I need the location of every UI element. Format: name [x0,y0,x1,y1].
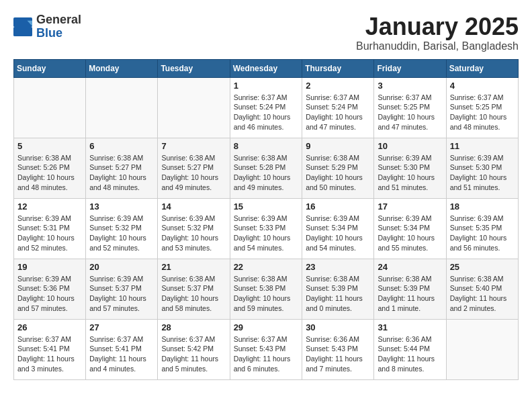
day-cell-2: 2Sunrise: 6:37 AMSunset: 5:24 PMDaylight… [302,77,374,138]
day-number: 5 [17,141,82,151]
day-cell-10: 10Sunrise: 6:39 AMSunset: 5:30 PMDayligh… [374,138,446,198]
day-info: Sunrise: 6:38 AMSunset: 5:38 PMDaylight:… [234,274,299,314]
day-cell-5: 5Sunrise: 6:38 AMSunset: 5:26 PMDaylight… [14,138,86,198]
day-number: 24 [378,262,442,272]
logo-blue: Blue [36,26,62,40]
day-info: Sunrise: 6:37 AMSunset: 5:24 PMDaylight:… [306,93,370,132]
weekday-header-sunday: Sunday [14,59,86,77]
week-row-4: 19Sunrise: 6:39 AMSunset: 5:36 PMDayligh… [14,259,519,319]
day-cell-9: 9Sunrise: 6:38 AMSunset: 5:29 PMDaylight… [302,138,374,198]
day-number: 6 [89,141,154,151]
logo-general: General [36,13,81,26]
day-info: Sunrise: 6:38 AMSunset: 5:27 PMDaylight:… [89,153,154,193]
day-cell-18: 18Sunrise: 6:39 AMSunset: 5:35 PMDayligh… [446,198,518,259]
day-cell-20: 20Sunrise: 6:39 AMSunset: 5:37 PMDayligh… [86,259,158,319]
day-cell-3: 3Sunrise: 6:37 AMSunset: 5:25 PMDaylight… [374,77,446,138]
day-number: 3 [378,81,442,91]
day-info: Sunrise: 6:37 AMSunset: 5:25 PMDaylight:… [378,93,442,132]
day-number: 21 [161,262,226,272]
day-info: Sunrise: 6:39 AMSunset: 5:31 PMDaylight:… [17,214,82,253]
day-cell-28: 28Sunrise: 6:37 AMSunset: 5:42 PMDayligh… [158,319,230,379]
empty-cell [14,77,86,138]
day-number: 2 [306,81,370,91]
day-info: Sunrise: 6:38 AMSunset: 5:26 PMDaylight:… [17,153,82,193]
day-number: 11 [450,141,515,151]
day-info: Sunrise: 6:37 AMSunset: 5:25 PMDaylight:… [450,93,515,132]
day-number: 22 [234,262,299,272]
week-row-3: 12Sunrise: 6:39 AMSunset: 5:31 PMDayligh… [14,198,519,259]
day-number: 23 [306,262,370,272]
day-cell-23: 23Sunrise: 6:38 AMSunset: 5:39 PMDayligh… [302,259,374,319]
logo: General Blue [13,13,81,40]
day-cell-14: 14Sunrise: 6:39 AMSunset: 5:32 PMDayligh… [158,198,230,259]
day-cell-11: 11Sunrise: 6:39 AMSunset: 5:30 PMDayligh… [446,138,518,198]
logo-text: General Blue [36,13,81,40]
day-cell-22: 22Sunrise: 6:38 AMSunset: 5:38 PMDayligh… [230,259,302,319]
day-info: Sunrise: 6:39 AMSunset: 5:33 PMDaylight:… [234,214,299,253]
day-number: 30 [306,322,370,332]
day-cell-13: 13Sunrise: 6:39 AMSunset: 5:32 PMDayligh… [86,198,158,259]
day-number: 19 [17,262,82,272]
day-cell-29: 29Sunrise: 6:37 AMSunset: 5:43 PMDayligh… [230,319,302,379]
day-number: 10 [378,141,442,151]
day-number: 8 [234,141,299,151]
day-number: 16 [306,201,370,212]
day-number: 13 [89,201,154,212]
day-info: Sunrise: 6:39 AMSunset: 5:32 PMDaylight:… [161,214,226,253]
day-info: Sunrise: 6:38 AMSunset: 5:27 PMDaylight:… [161,153,226,193]
day-info: Sunrise: 6:39 AMSunset: 5:34 PMDaylight:… [306,214,370,253]
week-row-2: 5Sunrise: 6:38 AMSunset: 5:26 PMDaylight… [14,138,519,198]
day-cell-26: 26Sunrise: 6:37 AMSunset: 5:41 PMDayligh… [14,319,86,379]
title-section: January 2025 Burhanuddin, Barisal, Bangl… [356,13,519,52]
day-number: 27 [89,322,154,332]
day-cell-17: 17Sunrise: 6:39 AMSunset: 5:34 PMDayligh… [374,198,446,259]
day-cell-6: 6Sunrise: 6:38 AMSunset: 5:27 PMDaylight… [86,138,158,198]
day-info: Sunrise: 6:38 AMSunset: 5:29 PMDaylight:… [306,153,370,193]
day-number: 20 [89,262,154,272]
week-row-5: 26Sunrise: 6:37 AMSunset: 5:41 PMDayligh… [14,319,519,379]
weekday-header-tuesday: Tuesday [158,59,230,77]
day-info: Sunrise: 6:39 AMSunset: 5:30 PMDaylight:… [450,153,515,193]
day-number: 15 [234,201,299,212]
day-info: Sunrise: 6:37 AMSunset: 5:24 PMDaylight:… [234,93,299,132]
day-cell-27: 27Sunrise: 6:37 AMSunset: 5:41 PMDayligh… [86,319,158,379]
day-info: Sunrise: 6:39 AMSunset: 5:35 PMDaylight:… [450,214,515,253]
day-number: 7 [161,141,226,151]
day-info: Sunrise: 6:36 AMSunset: 5:43 PMDaylight:… [306,334,370,374]
day-number: 17 [378,201,442,212]
weekday-header-monday: Monday [86,59,158,77]
day-info: Sunrise: 6:37 AMSunset: 5:41 PMDaylight:… [17,334,82,374]
week-row-1: 1Sunrise: 6:37 AMSunset: 5:24 PMDaylight… [14,77,519,138]
weekday-header-row: SundayMondayTuesdayWednesdayThursdayFrid… [14,59,519,77]
logo-icon [13,17,32,36]
day-cell-16: 16Sunrise: 6:39 AMSunset: 5:34 PMDayligh… [302,198,374,259]
weekday-header-thursday: Thursday [302,59,374,77]
calendar-table: SundayMondayTuesdayWednesdayThursdayFrid… [13,59,519,380]
day-cell-4: 4Sunrise: 6:37 AMSunset: 5:25 PMDaylight… [446,77,518,138]
month-title: January 2025 [356,13,519,40]
day-cell-1: 1Sunrise: 6:37 AMSunset: 5:24 PMDaylight… [230,77,302,138]
day-info: Sunrise: 6:39 AMSunset: 5:34 PMDaylight:… [378,214,442,253]
day-cell-12: 12Sunrise: 6:39 AMSunset: 5:31 PMDayligh… [14,198,86,259]
day-cell-8: 8Sunrise: 6:38 AMSunset: 5:28 PMDaylight… [230,138,302,198]
day-info: Sunrise: 6:37 AMSunset: 5:41 PMDaylight:… [89,334,154,374]
day-cell-25: 25Sunrise: 6:38 AMSunset: 5:40 PMDayligh… [446,259,518,319]
day-number: 12 [17,201,82,212]
day-cell-7: 7Sunrise: 6:38 AMSunset: 5:27 PMDaylight… [158,138,230,198]
day-info: Sunrise: 6:38 AMSunset: 5:39 PMDaylight:… [306,274,370,314]
day-info: Sunrise: 6:38 AMSunset: 5:40 PMDaylight:… [450,274,515,314]
day-info: Sunrise: 6:39 AMSunset: 5:37 PMDaylight:… [89,274,154,314]
day-cell-30: 30Sunrise: 6:36 AMSunset: 5:43 PMDayligh… [302,319,374,379]
day-info: Sunrise: 6:39 AMSunset: 5:30 PMDaylight:… [378,153,442,193]
svg-rect-1 [13,27,32,36]
day-info: Sunrise: 6:39 AMSunset: 5:36 PMDaylight:… [17,274,82,314]
day-info: Sunrise: 6:39 AMSunset: 5:32 PMDaylight:… [89,214,154,253]
weekday-header-friday: Friday [374,59,446,77]
day-number: 18 [450,201,515,212]
day-number: 9 [306,141,370,151]
location-subtitle: Burhanuddin, Barisal, Bangladesh [356,40,519,52]
day-cell-24: 24Sunrise: 6:38 AMSunset: 5:39 PMDayligh… [374,259,446,319]
day-number: 31 [378,322,442,332]
weekday-header-wednesday: Wednesday [230,59,302,77]
day-info: Sunrise: 6:38 AMSunset: 5:37 PMDaylight:… [161,274,226,314]
